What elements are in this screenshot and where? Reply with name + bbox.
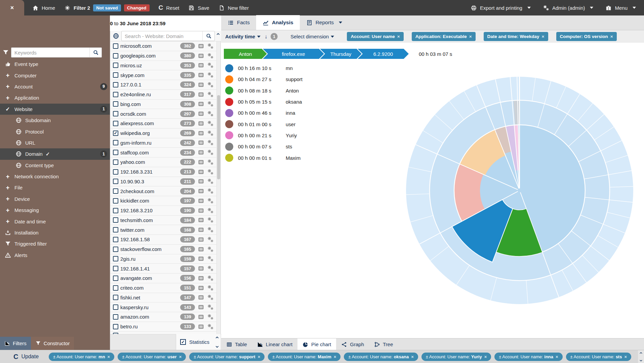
settings-gears-icon[interactable] <box>207 120 214 127</box>
details-list-icon[interactable] <box>198 314 204 320</box>
details-list-icon[interactable] <box>198 265 204 272</box>
chip-close-icon[interactable]: × <box>556 354 558 359</box>
settings-gears-icon[interactable] <box>207 72 214 78</box>
settings-gears-icon[interactable] <box>207 226 214 233</box>
domain-row[interactable]: aliexpress.com 273 <box>110 119 217 129</box>
domain-row[interactable]: 192.168.3.231 213 <box>110 167 217 177</box>
chip-close-icon[interactable]: × <box>108 354 110 359</box>
account-chip-mn[interactable]: ± Account: User name: mn× <box>49 353 114 361</box>
details-list-icon[interactable] <box>198 91 204 98</box>
sidebar-item-subdomain[interactable]: Subdomain <box>0 115 110 126</box>
sidebar-item-url[interactable]: URL <box>0 137 110 148</box>
settings-gears-icon[interactable] <box>207 275 214 282</box>
domain-row[interactable]: microsoft.com 382 <box>110 41 217 51</box>
account-chip-yuriy[interactable]: ± Account: User name: Yuriy× <box>421 353 491 361</box>
details-list-icon[interactable] <box>198 110 204 117</box>
domain-checkbox[interactable] <box>113 295 118 300</box>
expand-plus-icon[interactable]: + <box>6 83 10 89</box>
toolbar-item-export-and-printing[interactable]: Export and printing <box>471 5 531 11</box>
toolbar-item-reset[interactable]: CReset <box>159 4 179 11</box>
details-list-icon[interactable] <box>198 159 204 166</box>
domain-checkbox[interactable] <box>113 276 118 281</box>
domain-checkbox[interactable] <box>113 285 118 291</box>
expand-plus-icon[interactable]: + <box>6 207 10 213</box>
tab-reports[interactable]: Reports <box>300 15 349 30</box>
domain-row[interactable]: amazon.com 139 <box>110 312 217 322</box>
chart-tab-linear-chart[interactable]: Linear chart <box>252 338 297 350</box>
settings-gears-icon[interactable] <box>207 255 214 262</box>
settings-gears-icon[interactable] <box>207 169 214 175</box>
dimension-chip[interactable]: Account: User name× <box>347 32 403 41</box>
settings-gears-icon[interactable] <box>207 43 214 49</box>
chevron-down-icon[interactable] <box>257 36 260 38</box>
settings-gears-icon[interactable] <box>207 101 214 107</box>
details-list-icon[interactable] <box>198 255 204 262</box>
select-dimension-dropdown[interactable]: Select dimension <box>290 34 329 39</box>
toolbar-item-admin-admin-[interactable]: Admin (admin) <box>543 5 594 11</box>
sidebar-item-account[interactable]: +Account 9 <box>0 81 110 92</box>
details-list-icon[interactable] <box>198 207 204 214</box>
details-list-icon[interactable] <box>198 304 204 311</box>
settings-gears-icon[interactable] <box>207 236 214 243</box>
chart-tab-pie-chart[interactable]: Pie chart <box>297 338 336 350</box>
sidebar-item-domain[interactable]: Domain ✓ 1 <box>0 148 110 159</box>
details-list-icon[interactable] <box>198 323 204 330</box>
domain-row[interactable]: micros.uz 353 <box>110 61 217 71</box>
domain-row[interactable]: e2e4online.ru 317 <box>110 90 217 100</box>
domain-checkbox[interactable] <box>113 53 118 59</box>
domain-row[interactable]: 2checkout.com 204 <box>110 186 217 196</box>
keywords-input[interactable] <box>11 50 89 56</box>
domain-row[interactable]: bing.com 308 <box>110 100 217 109</box>
expand-plus-icon[interactable]: + <box>6 174 10 180</box>
statistics-checkbox[interactable]: ✓ <box>180 339 186 345</box>
tab-constructor[interactable]: Constructor <box>31 337 74 350</box>
details-list-icon[interactable] <box>198 188 204 194</box>
account-chip-maxim[interactable]: ± Account: User name: Maxim× <box>268 353 340 361</box>
domain-checkbox[interactable] <box>113 43 118 49</box>
details-list-icon[interactable] <box>198 178 204 185</box>
domain-row[interactable]: twitter.com 168 <box>110 225 217 235</box>
settings-gears-icon[interactable] <box>207 285 214 291</box>
account-chip-oksana[interactable]: ± Account: User name: oksana× <box>344 353 418 361</box>
domain-scrollbar[interactable] <box>216 41 220 334</box>
chip-close-icon[interactable]: × <box>258 354 260 359</box>
domain-row[interactable]: fishki.net 147 <box>110 293 217 303</box>
domain-row[interactable]: betro.ru 133 <box>110 322 217 332</box>
settings-gears-icon[interactable] <box>207 265 214 272</box>
scroll-up-icon[interactable] <box>639 351 643 355</box>
toolbar-item-filter-2[interactable]: Filter 2Not savedChanged <box>64 4 149 11</box>
sidebar-item-website[interactable]: ✓Website 1 <box>0 104 110 115</box>
chart-tab-table[interactable]: Table <box>221 338 252 350</box>
settings-gears-icon[interactable] <box>207 139 214 146</box>
scroll-up-icon[interactable] <box>216 32 220 36</box>
domain-checkbox[interactable] <box>113 208 118 213</box>
details-list-icon[interactable] <box>198 149 204 156</box>
domain-checkbox[interactable] <box>113 140 118 145</box>
domain-row[interactable]: kickidler.com 197 <box>110 196 217 206</box>
domain-checkbox[interactable] <box>113 92 118 97</box>
domain-row[interactable]: 2gis.ru 159 <box>110 254 217 264</box>
domain-checkbox[interactable] <box>113 150 118 155</box>
domain-checkbox[interactable] <box>113 188 118 194</box>
details-list-icon[interactable] <box>198 52 204 59</box>
sidebar-item-triggered-filter[interactable]: Triggered filter <box>0 238 110 249</box>
tab-filters[interactable]: Filters <box>0 337 31 350</box>
keywords-search-button[interactable] <box>89 47 102 58</box>
details-list-icon[interactable] <box>198 130 204 137</box>
details-list-icon[interactable] <box>198 81 204 88</box>
details-list-icon[interactable] <box>198 226 204 233</box>
sidebar-item-protocol[interactable]: Protocol <box>0 126 110 137</box>
domain-checkbox[interactable] <box>113 169 118 175</box>
sidebar-item-date-and-time[interactable]: +Date and time <box>0 216 110 227</box>
scroll-down-icon[interactable] <box>215 344 219 349</box>
domain-checkbox[interactable] <box>113 247 118 252</box>
toolbar-item-save[interactable]: Save <box>188 5 209 11</box>
details-list-icon[interactable] <box>198 217 204 223</box>
settings-gears-icon[interactable] <box>207 130 214 137</box>
chip-close-icon[interactable]: × <box>624 354 627 359</box>
settings-gears-icon[interactable] <box>207 294 214 301</box>
sidebar-item-application[interactable]: +Application <box>0 92 110 103</box>
domain-row[interactable]: stackoverflow.com 165 <box>110 245 217 254</box>
settings-gears-icon[interactable] <box>207 188 214 194</box>
chart-tab-graph[interactable]: Graph <box>336 338 369 350</box>
